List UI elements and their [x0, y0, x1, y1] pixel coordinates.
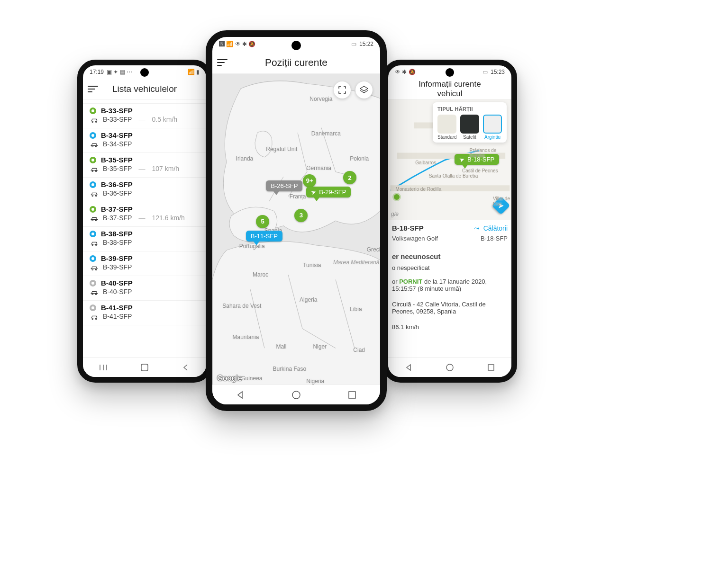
list-item[interactable]: B-40-SFPB-40-SFP [83, 276, 206, 301]
pin-label: B-29-SFP [319, 188, 346, 196]
vehicle-sub: B-39-SFP [103, 263, 132, 271]
car-icon [90, 190, 98, 196]
vehicle-speed: 0.5 km/h [152, 116, 177, 123]
map-type-thumb [437, 115, 456, 134]
list-item[interactable]: B-33-SFPB-33-SFP—0.5 km/h [83, 104, 206, 128]
status-ring-icon [90, 304, 96, 311]
status-icons-left: ▣ ✦ ▤ ⋯ [107, 69, 132, 75]
recent-apps-button[interactable] [485, 362, 497, 373]
status-icons-right: 📶 ▮ [188, 69, 200, 75]
fullscreen-button[interactable] [334, 81, 351, 98]
pin-label: B-11-SFP [251, 233, 278, 240]
svg-rect-8 [349, 392, 355, 398]
page-title: Informații curente vehicul [406, 80, 493, 98]
page-title: Poziții curente [230, 57, 362, 68]
vehicle-plate: B-18-SFP [481, 235, 508, 242]
status-ring-icon [90, 231, 96, 237]
map-type-label: Satelit [460, 134, 479, 140]
map-type-thumb [460, 115, 479, 134]
vehicle-name: B-33-SFP [101, 107, 133, 115]
status-ring-icon [90, 157, 96, 163]
app-header: Poziții curente [212, 51, 380, 74]
car-icon [90, 289, 98, 295]
map-view[interactable]: NorvegiaRegatul UnitDanemarcaIrlandaPolo… [212, 74, 380, 387]
map-place-label: Castil de Peones [462, 168, 498, 173]
map-cluster[interactable]: 9+ [303, 174, 316, 188]
phone-center: 🅽 📶 👁 ✱ 🔕 ▭ 15:22 Poziții curente [206, 30, 387, 411]
list-item[interactable]: B-37-SFPB-37-SFP—121.6 km/h [83, 202, 206, 227]
camera-notch [140, 68, 149, 77]
vehicle-name: B-34-SFP [101, 131, 133, 139]
map-type-label: Standard [437, 134, 456, 140]
map-cluster[interactable]: 3 [294, 209, 308, 222]
status-time: 17:19 [90, 69, 104, 75]
vehicle-list[interactable]: B-32-SFP B-33-SFPB-33-SFP—0.5 km/hB-34-S… [83, 99, 206, 357]
phone-left: 17:19 ▣ ✦ ▤ ⋯ 📶 ▮ Lista vehiculelor B-32… [77, 60, 212, 383]
home-button[interactable] [291, 389, 302, 401]
pin-label: B-26-SFP [271, 182, 298, 189]
vehicle-speed: 121.6 km/h [152, 214, 184, 222]
vehicle-info-panel: B-18-SFP ⤳ Călătorii Volkswagen Golf B-1… [388, 220, 511, 332]
vehicle-pin[interactable]: ➤ B-18-SFP [455, 154, 499, 165]
recent-apps-button[interactable] [346, 389, 358, 401]
camera-notch [291, 41, 301, 50]
map-type-thumb [483, 115, 502, 134]
map-view[interactable]: TIPUL HĂRȚII StandardSatelitArgintiu ➤ B… [388, 99, 511, 220]
status-ring-icon [90, 132, 96, 139]
driver-heading: er necunoscut [391, 251, 509, 262]
android-nav-bar [388, 357, 511, 377]
car-icon [90, 116, 98, 122]
map-attribution: gle [391, 211, 399, 217]
list-item[interactable]: B-32-SFP [83, 99, 206, 104]
vehicle-pin[interactable]: B-11-SFP [246, 231, 282, 242]
svg-rect-3 [141, 364, 148, 371]
list-item[interactable]: B-39-SFPB-39-SFP [83, 251, 206, 276]
status-icons-left: 👁 ✱ 🔕 [395, 69, 416, 75]
car-icon [90, 313, 98, 319]
car-icon [90, 166, 98, 171]
camera-notch [446, 68, 454, 77]
cursor-icon: ➤ [458, 155, 465, 164]
car-icon [90, 141, 98, 147]
vehicle-pin[interactable]: B-26-SFP [266, 180, 302, 191]
back-button[interactable] [235, 389, 246, 401]
layers-button[interactable] [355, 81, 373, 98]
vehicle-pin[interactable]: ➤B-29-SFP [306, 187, 351, 197]
map-type-label: Argintiu [483, 134, 502, 140]
vehicle-sub: B-40-SFP [103, 288, 132, 295]
info-vehicle-id: B-18-SFP [392, 224, 424, 232]
list-item[interactable]: B-35-SFPB-35-SFP—107 km/h [83, 153, 206, 178]
home-button[interactable] [444, 362, 455, 373]
navigate-button[interactable]: ➤ [491, 196, 510, 215]
map-type-option[interactable]: Satelit [460, 115, 479, 140]
back-button[interactable] [180, 362, 191, 373]
back-button[interactable] [403, 362, 414, 373]
vehicle-sub: B-38-SFP [103, 239, 132, 246]
list-item[interactable]: B-38-SFPB-38-SFP [83, 227, 206, 251]
android-nav-bar [212, 385, 380, 404]
map-type-option[interactable]: Argintiu [483, 115, 502, 140]
car-icon [90, 240, 98, 245]
map-type-option[interactable]: Standard [437, 115, 456, 140]
home-button[interactable] [139, 362, 150, 373]
trips-button[interactable]: ⤳ Călătorii [474, 224, 508, 232]
vehicle-sub: B-33-SFP [103, 116, 132, 123]
list-item[interactable]: B-41-SFPB-41-SFP [83, 301, 206, 325]
car-icon [90, 264, 98, 270]
menu-icon[interactable] [88, 82, 101, 96]
vehicle-name: B-39-SFP [101, 254, 133, 262]
map-place-label: Santa Olalla de Bureba [429, 173, 478, 179]
list-item[interactable]: B-34-SFPB-34-SFP [83, 128, 206, 153]
menu-icon[interactable] [217, 56, 230, 69]
battery-icon: ▭ [482, 69, 488, 75]
status-time: 15:22 [359, 41, 373, 47]
map-cluster[interactable]: 5 [256, 215, 269, 228]
vehicle-name: B-38-SFP [101, 230, 133, 238]
car-icon [90, 215, 98, 221]
list-item[interactable]: B-36-SFPB-36-SFP [83, 178, 206, 202]
route-start-dot [394, 194, 400, 200]
status-ring-icon [90, 107, 96, 114]
vehicle-name: B-41-SFP [101, 304, 133, 312]
recent-apps-button[interactable] [98, 362, 109, 373]
map-place-label: Monasterio de Rodilla [396, 187, 442, 192]
